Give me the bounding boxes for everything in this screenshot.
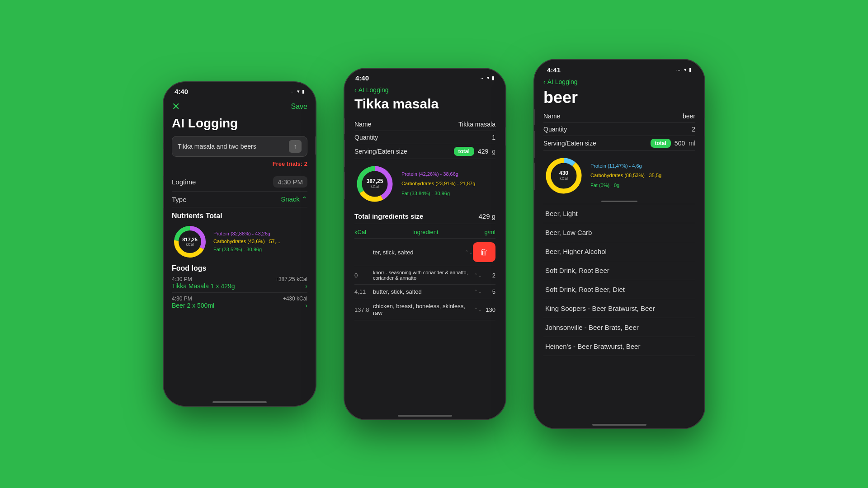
suggestion-3[interactable]: Soft Drink, Root Beer [543, 261, 695, 280]
save-button[interactable]: Save [291, 103, 307, 111]
suggestion-6[interactable]: Johnsonville - Beer Brats, Beer [543, 318, 695, 337]
ing-name-2: butter, stick, salted [370, 288, 474, 295]
status-time-1: 4:40 [175, 88, 188, 95]
close-button[interactable]: ✕ [172, 101, 180, 113]
serving-badge-3[interactable]: total [651, 139, 671, 148]
power-button[interactable] [315, 136, 316, 155]
power-button-2[interactable] [505, 127, 506, 145]
carbs-stat-3: Carbohydrates (88,53%) - 35,5g [590, 172, 695, 180]
wifi-icon-2: ▾ [487, 75, 490, 81]
logtime-row: Logtime 4:30 PM [172, 173, 307, 192]
volume-down-button[interactable] [163, 181, 164, 208]
volume-down-button-2[interactable] [344, 172, 345, 199]
log-entry-2: 4:30 PM +430 kCal Beer 2 x 500ml › [172, 296, 307, 309]
serving-unit-3: ml [689, 140, 695, 147]
back-button-2[interactable]: ‹ AI Logging [354, 84, 495, 96]
mute-button-2[interactable] [344, 118, 345, 134]
quantity-label-2: Quantity [354, 134, 378, 141]
page-title-2: Tikka masala [354, 96, 495, 112]
serving-row-3: Serving/Eaten size total 500 ml [543, 136, 695, 151]
phone-3: 4:41 ···· ▾ ▮ ‹ AI Logging beer Name bee… [533, 59, 705, 429]
quantity-value-3: 2 [692, 126, 695, 133]
fat-stat-1: Fat (23,52%) - 30,96g [213, 246, 307, 254]
signal-icon-3: ···· [676, 67, 682, 73]
suggestion-2[interactable]: Beer, Higher Alcohol [543, 242, 695, 261]
free-trials: Free trials: 2 [172, 160, 307, 167]
donut-unit-2: kCal [367, 185, 383, 189]
type-row: Type Snack ⌃ [172, 192, 307, 207]
log-kcal-1: +387,25 kCal [275, 276, 307, 282]
back-chevron-3: ‹ [543, 78, 546, 85]
log-food-name-2[interactable]: Beer 2 x 500ml [172, 302, 214, 309]
log-food-row-1[interactable]: Tikka Masala 1 x 429g › [172, 282, 307, 290]
protein-stat-3: Protein (11,47%) - 4,6g [590, 162, 695, 170]
signal-icon-2: ··· [481, 75, 485, 81]
donut-unit-3: kCal [559, 177, 568, 181]
log-chevron-1: › [305, 282, 307, 290]
status-icons-2: ··· ▾ ▮ [481, 75, 495, 81]
volume-up-button-3[interactable] [533, 131, 535, 158]
protein-stat-2: Protein (42,26%) - 38,66g [401, 170, 495, 178]
ing-arrow-2: ⌃⌄ [474, 289, 482, 295]
mute-button-3[interactable] [533, 109, 535, 125]
donut-unit-1: kCal [182, 242, 198, 247]
suggestion-1[interactable]: Beer, Low Carb [543, 223, 695, 242]
nutrient-list-3: Protein (11,47%) - 4,6g Carbohydrates (8… [590, 162, 695, 190]
carbs-stat-2: Carbohydrates (23,91%) - 21,87g [401, 180, 495, 188]
home-indicator-3 [592, 424, 646, 426]
volume-up-button[interactable] [163, 149, 164, 176]
type-value[interactable]: Snack ⌃ [281, 195, 307, 203]
phone-2: 4:40 ··· ▾ ▮ ‹ AI Logging Tikka masala N… [344, 68, 506, 420]
ing-arrow-3: ⌃⌄ [474, 307, 482, 313]
total-ing-label: Total ingredients size [354, 212, 423, 220]
nutrient-list-2: Protein (42,26%) - 38,66g Carbohydrates … [401, 170, 495, 198]
logtime-value[interactable]: 4:30 PM [273, 176, 307, 188]
phone-1: 4:40 ··· ▾ ▮ ✕ Save AI Logging Tikka mas… [163, 81, 316, 407]
serving-right-3: total 500 ml [651, 139, 695, 148]
logtime-label: Logtime [172, 178, 196, 186]
ing-name-0: ter, stick, salted [370, 249, 465, 256]
power-button-3[interactable] [704, 118, 705, 136]
suggestion-4[interactable]: Soft Drink, Root Beer, Diet [543, 280, 695, 299]
ingredient-row-2: 4,11 butter, stick, salted ⌃⌄ 5 [354, 285, 495, 299]
ing-header-ingredient: Ingredient [412, 229, 439, 235]
search-submit-icon[interactable]: ↑ [289, 140, 302, 153]
ing-kcal-2: 4,11 [354, 288, 370, 295]
serving-badge-2[interactable]: total [454, 147, 474, 156]
delete-ingredient-0[interactable]: 🗑 [473, 242, 495, 262]
mute-button[interactable] [163, 127, 164, 143]
ing-header-kcal: kCal [354, 229, 366, 235]
ing-name-1: knorr - seasoning with coriander & annat… [370, 270, 474, 281]
suggestion-list: Beer, Light Beer, Low Carb Beer, Higher … [543, 204, 695, 356]
ing-qty-2: 5 [482, 288, 495, 295]
detail-quantity-row: Quantity 1 [354, 131, 495, 144]
log-food-name-1[interactable]: Tikka Masala 1 x 429g [172, 282, 235, 290]
serving-label-3: Serving/Eaten size [543, 140, 596, 147]
carbs-stat-1: Carbohydrates (43,6%) - 57,... [213, 238, 307, 246]
status-time-2: 4:40 [355, 74, 369, 82]
volume-down-button-3[interactable] [533, 163, 535, 190]
status-time-3: 4:41 [547, 66, 561, 74]
page-title-1: AI Logging [172, 116, 307, 131]
status-bar-3: 4:41 ···· ▾ ▮ [534, 60, 704, 75]
suggestion-5[interactable]: King Soopers - Beer Bratwurst, Beer [543, 299, 695, 318]
back-chevron-2: ‹ [354, 86, 357, 94]
home-indicator-1 [212, 401, 267, 403]
ing-arrow-0: ⌃⌄ [465, 249, 473, 255]
detail-name-row: Name Tikka masala [354, 118, 495, 131]
ingredients-header: kCal Ingredient g/ml [354, 226, 495, 239]
log-kcal-2: +430 kCal [283, 296, 307, 302]
back-button-3[interactable]: ‹ AI Logging [543, 75, 695, 88]
suggestion-0[interactable]: Beer, Light [543, 204, 695, 223]
donut-2: 387,25 kCal [354, 164, 395, 204]
log-time-2: 4:30 PM [172, 296, 192, 302]
log-food-row-2[interactable]: Beer 2 x 500ml › [172, 302, 307, 309]
search-bar[interactable]: Tikka masala and two beers ↑ [172, 136, 307, 157]
fat-stat-2: Fat (33,84%) - 30,96g [401, 190, 495, 198]
page-title-3: beer [543, 88, 695, 107]
wifi-icon-3: ▾ [684, 67, 687, 73]
search-input[interactable]: Tikka masala and two beers [178, 143, 289, 150]
nutrients-donut-section: 817,25 kCal Protein (32,88%) - 43,26g Ca… [172, 224, 307, 260]
suggestion-7[interactable]: Heinen's - Beer Bratwurst, Beer [543, 337, 695, 356]
volume-up-button-2[interactable] [344, 140, 345, 167]
